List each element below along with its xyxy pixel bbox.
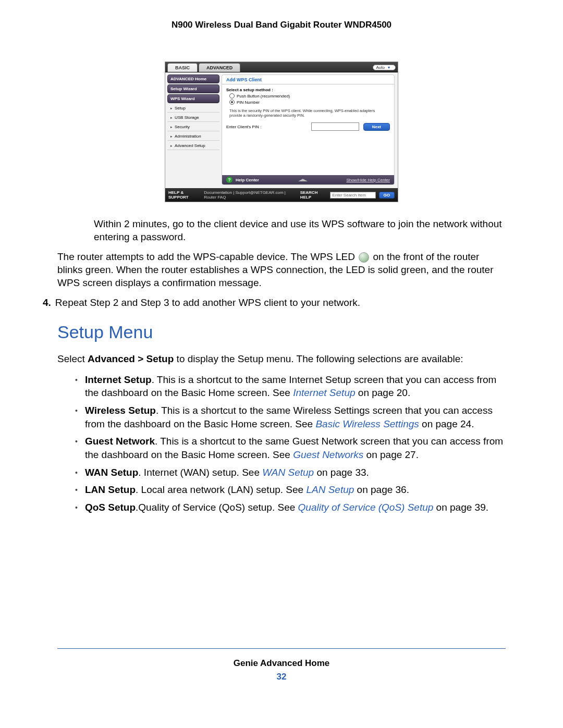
cross-reference-link[interactable]: Internet Setup [293, 387, 355, 398]
help-support-links[interactable]: Documentation | Support@NETGEAR.com | Ro… [204, 190, 297, 200]
list-item-name: Internet Setup [85, 374, 152, 385]
router-sidebar: ADVANCED Home Setup Wizard WPS Wizard Se… [165, 72, 222, 188]
radio-icon-selected [229, 100, 235, 105]
sidebar-item-setup[interactable]: Setup [167, 104, 219, 113]
cross-reference-link[interactable]: Quality of Service (QoS) Setup [298, 502, 434, 513]
pin-hint-text: This is the security PIN of the WPS clie… [226, 107, 390, 119]
cross-reference-link[interactable]: Basic Wireless Settings [315, 418, 419, 429]
paragraph-instruction-1: Within 2 minutes, go to the client devic… [94, 218, 506, 243]
go-button[interactable]: GO [379, 192, 395, 199]
list-item-name: LAN Setup [85, 484, 136, 495]
bullet-icon: • [75, 373, 78, 400]
radio-pin-label: PIN Number [237, 100, 260, 105]
list-item-text: Guest Network. This is a shortcut to the… [85, 435, 506, 461]
list-item: •LAN Setup. Local area network (LAN) set… [75, 483, 506, 497]
list-item-text: Internet Setup. This is a shortcut to th… [85, 373, 506, 400]
list-item: •Guest Network. This is a shortcut to th… [75, 435, 506, 461]
drag-handle-icon[interactable] [297, 178, 309, 181]
chevron-down-icon: ▾ [388, 65, 390, 70]
bullet-icon: • [75, 435, 78, 461]
footer-rule [57, 648, 506, 649]
cross-reference-link[interactable]: WAN Setup [262, 467, 314, 478]
list-item-name: WAN Setup [85, 467, 138, 478]
list-item-text: Wireless Setup. This is a shortcut to th… [85, 404, 506, 430]
sidebar-item-administration[interactable]: Administration [167, 132, 219, 141]
bullet-icon: • [75, 483, 78, 497]
radio-icon [229, 93, 235, 98]
footer-page-number: 32 [57, 672, 506, 682]
setup-intro-a: Select [57, 353, 88, 364]
doc-header-title: N900 Wireless Dual Band Gigabit Router W… [57, 20, 506, 30]
router-main-panel: Add WPS Client Select a setup method : P… [222, 75, 395, 185]
list-item-text: QoS Setup.Quality of Service (QoS) setup… [85, 501, 488, 514]
step-4-text: Repeat Step 2 and Step 3 to add another … [55, 297, 360, 310]
next-button[interactable]: Next [363, 123, 390, 131]
setup-intro-path: Advanced > Setup [88, 353, 174, 364]
list-item-name: QoS Setup [85, 502, 136, 513]
radio-push-button[interactable]: Push Button (recommended) [226, 93, 390, 98]
p2-text-a: The router attempts to add the WPS-capab… [57, 251, 358, 262]
page-footer: Genie Advanced Home 32 [57, 648, 506, 682]
bullet-icon: • [75, 466, 78, 479]
help-icon: ? [226, 177, 232, 183]
search-help-label: SEARCH HELP [300, 190, 327, 200]
list-item: •WAN Setup. Internet (WAN) setup. See WA… [75, 466, 506, 479]
help-center-bar: ? Help Center Show/Hide Help Center [222, 175, 394, 184]
heading-setup-menu: Setup Menu [57, 322, 506, 342]
wps-led-icon [359, 252, 369, 263]
sidebar-advanced-home[interactable]: ADVANCED Home [167, 75, 219, 83]
setup-intro-c: to display the Setup menu. The following… [174, 353, 463, 364]
select-method-label: Select a setup method : [226, 88, 390, 92]
sidebar-wps-wizard[interactable]: WPS Wizard [167, 94, 219, 103]
step-4-number: 4. [43, 297, 51, 310]
tab-basic[interactable]: BASIC [167, 63, 198, 72]
sidebar-setup-wizard[interactable]: Setup Wizard [167, 84, 219, 93]
cross-reference-link[interactable]: LAN Setup [306, 484, 354, 495]
toggle-help-link[interactable]: Show/Hide Help Center [346, 178, 390, 182]
sidebar-item-advanced-setup[interactable]: Advanced Setup [167, 142, 219, 150]
router-screenshot: BASIC ADVANCED Auto ▾ ADVANCED Home Setu… [165, 61, 398, 202]
cross-reference-link[interactable]: Guest Networks [293, 449, 363, 460]
search-help-input[interactable]: Enter Search Item [330, 192, 376, 199]
enter-pin-label: Enter Client's PIN : [226, 125, 261, 129]
list-item: •Internet Setup. This is a shortcut to t… [75, 373, 506, 400]
list-item-text: WAN Setup. Internet (WAN) setup. See WAN… [85, 466, 369, 479]
router-tab-row: BASIC ADVANCED Auto ▾ [165, 62, 398, 72]
paragraph-instruction-2: The router attempts to add the WPS-capab… [57, 251, 506, 289]
panel-title: Add WPS Client [222, 75, 394, 84]
setup-intro: Select Advanced > Setup to display the S… [57, 353, 506, 366]
radio-pin-number[interactable]: PIN Number [226, 100, 390, 105]
list-item: •Wireless Setup. This is a shortcut to t… [75, 404, 506, 430]
language-select[interactable]: Auto ▾ [373, 65, 396, 70]
step-4: 4. Repeat Step 2 and Step 3 to add anoth… [43, 297, 506, 310]
setup-bullet-list: •Internet Setup. This is a shortcut to t… [57, 373, 506, 514]
footer-section-name: Genie Advanced Home [57, 658, 506, 669]
bullet-icon: • [75, 501, 78, 514]
language-value: Auto [376, 65, 385, 70]
tab-advanced[interactable]: ADVANCED [199, 63, 240, 72]
sidebar-item-security[interactable]: Security [167, 123, 219, 131]
list-item-name: Wireless Setup [85, 405, 156, 416]
help-support-label: HELP & SUPPORT [168, 190, 201, 200]
list-item: •QoS Setup.Quality of Service (QoS) setu… [75, 501, 506, 514]
bullet-icon: • [75, 404, 78, 430]
list-item-text: LAN Setup. Local area network (LAN) setu… [85, 483, 409, 497]
radio-push-label: Push Button (recommended) [237, 94, 290, 98]
help-center-label: Help Center [236, 178, 259, 182]
list-item-name: Guest Network [85, 436, 155, 447]
client-pin-input[interactable] [311, 122, 359, 131]
router-footer: HELP & SUPPORT Documentation | Support@N… [165, 188, 398, 202]
sidebar-item-usb-storage[interactable]: USB Storage [167, 114, 219, 122]
